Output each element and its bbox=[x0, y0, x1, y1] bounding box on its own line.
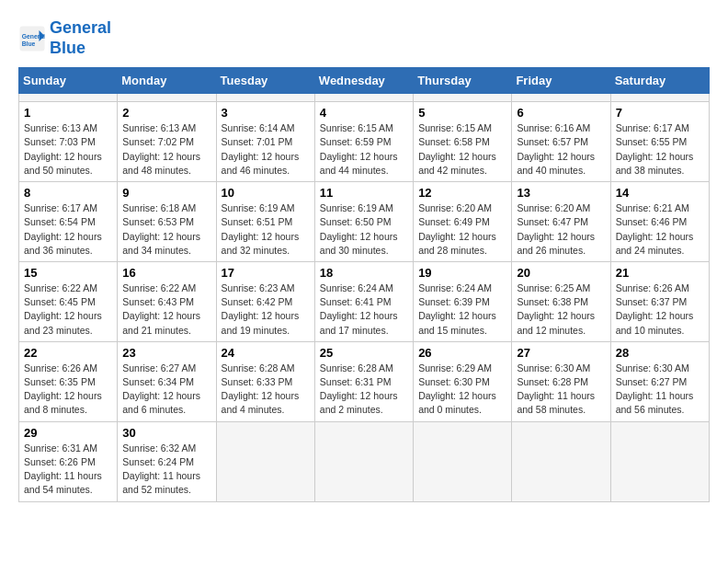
logo-text: GeneralBlue bbox=[50, 18, 111, 58]
day-cell bbox=[216, 421, 314, 501]
day-info: Sunrise: 6:18 AM Sunset: 6:53 PM Dayligh… bbox=[122, 201, 210, 258]
day-number: 29 bbox=[24, 426, 112, 440]
day-cell: 10Sunrise: 6:19 AM Sunset: 6:51 PM Dayli… bbox=[216, 182, 314, 262]
day-cell: 8Sunrise: 6:17 AM Sunset: 6:54 PM Daylig… bbox=[19, 182, 118, 262]
day-cell bbox=[314, 421, 413, 501]
day-cell: 29Sunrise: 6:31 AM Sunset: 6:26 PM Dayli… bbox=[19, 421, 118, 501]
day-info: Sunrise: 6:22 AM Sunset: 6:43 PM Dayligh… bbox=[122, 282, 210, 338]
day-number: 11 bbox=[320, 186, 408, 200]
day-info: Sunrise: 6:19 AM Sunset: 6:51 PM Dayligh… bbox=[222, 201, 310, 258]
day-number: 9 bbox=[122, 186, 210, 200]
header-sunday: Sunday bbox=[19, 68, 118, 94]
day-number: 15 bbox=[24, 266, 112, 280]
day-cell: 25Sunrise: 6:28 AM Sunset: 6:31 PM Dayli… bbox=[314, 341, 413, 421]
logo-icon: General Blue bbox=[18, 25, 46, 52]
day-info: Sunrise: 6:17 AM Sunset: 6:54 PM Dayligh… bbox=[24, 201, 112, 258]
day-info: Sunrise: 6:27 AM Sunset: 6:34 PM Dayligh… bbox=[122, 362, 210, 418]
week-row-4: 22Sunrise: 6:26 AM Sunset: 6:35 PM Dayli… bbox=[19, 341, 710, 421]
day-number: 28 bbox=[616, 346, 704, 360]
day-info: Sunrise: 6:28 AM Sunset: 6:33 PM Dayligh… bbox=[222, 362, 310, 418]
day-info: Sunrise: 6:32 AM Sunset: 6:24 PM Dayligh… bbox=[122, 442, 210, 498]
day-info: Sunrise: 6:13 AM Sunset: 7:03 PM Dayligh… bbox=[24, 121, 112, 178]
day-info: Sunrise: 6:24 AM Sunset: 6:41 PM Dayligh… bbox=[320, 282, 408, 338]
day-cell: 1Sunrise: 6:13 AM Sunset: 7:03 PM Daylig… bbox=[19, 102, 118, 182]
day-cell bbox=[512, 94, 610, 102]
calendar-table: SundayMondayTuesdayWednesdayThursdayFrid… bbox=[18, 67, 710, 501]
week-row-2: 8Sunrise: 6:17 AM Sunset: 6:54 PM Daylig… bbox=[19, 182, 710, 262]
day-cell: 30Sunrise: 6:32 AM Sunset: 6:24 PM Dayli… bbox=[118, 421, 216, 501]
header-tuesday: Tuesday bbox=[216, 68, 314, 94]
day-info: Sunrise: 6:13 AM Sunset: 7:02 PM Dayligh… bbox=[122, 121, 210, 178]
day-cell bbox=[610, 94, 709, 102]
day-info: Sunrise: 6:15 AM Sunset: 6:58 PM Dayligh… bbox=[418, 121, 506, 178]
day-cell: 26Sunrise: 6:29 AM Sunset: 6:30 PM Dayli… bbox=[414, 341, 512, 421]
day-info: Sunrise: 6:19 AM Sunset: 6:50 PM Dayligh… bbox=[320, 201, 408, 258]
day-number: 22 bbox=[24, 346, 112, 360]
day-number: 5 bbox=[418, 106, 506, 120]
day-cell: 9Sunrise: 6:18 AM Sunset: 6:53 PM Daylig… bbox=[118, 182, 216, 262]
day-cell bbox=[512, 421, 610, 501]
week-row-5: 29Sunrise: 6:31 AM Sunset: 6:26 PM Dayli… bbox=[19, 421, 710, 501]
day-info: Sunrise: 6:21 AM Sunset: 6:46 PM Dayligh… bbox=[616, 201, 704, 258]
svg-text:Blue: Blue bbox=[22, 40, 36, 46]
day-cell: 7Sunrise: 6:17 AM Sunset: 6:55 PM Daylig… bbox=[610, 102, 709, 182]
day-info: Sunrise: 6:31 AM Sunset: 6:26 PM Dayligh… bbox=[24, 442, 112, 498]
day-cell: 19Sunrise: 6:24 AM Sunset: 6:39 PM Dayli… bbox=[414, 261, 512, 341]
day-cell: 15Sunrise: 6:22 AM Sunset: 6:45 PM Dayli… bbox=[19, 261, 118, 341]
header-row: SundayMondayTuesdayWednesdayThursdayFrid… bbox=[19, 68, 710, 94]
day-info: Sunrise: 6:28 AM Sunset: 6:31 PM Dayligh… bbox=[320, 362, 408, 418]
header-monday: Monday bbox=[118, 68, 216, 94]
day-cell bbox=[19, 94, 118, 102]
header-saturday: Saturday bbox=[610, 68, 709, 94]
day-info: Sunrise: 6:20 AM Sunset: 6:49 PM Dayligh… bbox=[418, 201, 506, 258]
day-info: Sunrise: 6:25 AM Sunset: 6:38 PM Dayligh… bbox=[517, 282, 605, 338]
day-number: 3 bbox=[222, 106, 310, 120]
day-number: 19 bbox=[418, 266, 506, 280]
day-info: Sunrise: 6:15 AM Sunset: 6:59 PM Dayligh… bbox=[320, 121, 408, 178]
day-cell: 3Sunrise: 6:14 AM Sunset: 7:01 PM Daylig… bbox=[216, 102, 314, 182]
day-cell: 4Sunrise: 6:15 AM Sunset: 6:59 PM Daylig… bbox=[314, 102, 413, 182]
day-number: 7 bbox=[616, 106, 704, 120]
day-info: Sunrise: 6:14 AM Sunset: 7:01 PM Dayligh… bbox=[222, 121, 310, 178]
day-info: Sunrise: 6:29 AM Sunset: 6:30 PM Dayligh… bbox=[418, 362, 506, 418]
day-cell bbox=[414, 421, 512, 501]
week-row-3: 15Sunrise: 6:22 AM Sunset: 6:45 PM Dayli… bbox=[19, 261, 710, 341]
day-number: 4 bbox=[320, 106, 408, 120]
header-friday: Friday bbox=[512, 68, 610, 94]
day-cell: 14Sunrise: 6:21 AM Sunset: 6:46 PM Dayli… bbox=[610, 182, 709, 262]
day-cell: 22Sunrise: 6:26 AM Sunset: 6:35 PM Dayli… bbox=[19, 341, 118, 421]
day-info: Sunrise: 6:26 AM Sunset: 6:35 PM Dayligh… bbox=[24, 362, 112, 418]
page-header: General Blue GeneralBlue bbox=[18, 18, 710, 58]
day-cell: 13Sunrise: 6:20 AM Sunset: 6:47 PM Dayli… bbox=[512, 182, 610, 262]
day-cell: 20Sunrise: 6:25 AM Sunset: 6:38 PM Dayli… bbox=[512, 261, 610, 341]
day-info: Sunrise: 6:30 AM Sunset: 6:27 PM Dayligh… bbox=[616, 362, 704, 418]
day-info: Sunrise: 6:24 AM Sunset: 6:39 PM Dayligh… bbox=[418, 282, 506, 338]
day-cell bbox=[118, 94, 216, 102]
day-number: 24 bbox=[222, 346, 310, 360]
day-number: 20 bbox=[517, 266, 605, 280]
day-number: 21 bbox=[616, 266, 704, 280]
day-number: 18 bbox=[320, 266, 408, 280]
day-cell: 17Sunrise: 6:23 AM Sunset: 6:42 PM Dayli… bbox=[216, 261, 314, 341]
day-number: 6 bbox=[517, 106, 605, 120]
day-cell: 24Sunrise: 6:28 AM Sunset: 6:33 PM Dayli… bbox=[216, 341, 314, 421]
day-number: 8 bbox=[24, 186, 112, 200]
day-info: Sunrise: 6:26 AM Sunset: 6:37 PM Dayligh… bbox=[616, 282, 704, 338]
day-number: 26 bbox=[418, 346, 506, 360]
week-row-1: 1Sunrise: 6:13 AM Sunset: 7:03 PM Daylig… bbox=[19, 102, 710, 182]
day-cell bbox=[414, 94, 512, 102]
day-number: 17 bbox=[222, 266, 310, 280]
day-cell: 2Sunrise: 6:13 AM Sunset: 7:02 PM Daylig… bbox=[118, 102, 216, 182]
day-cell: 27Sunrise: 6:30 AM Sunset: 6:28 PM Dayli… bbox=[512, 341, 610, 421]
header-thursday: Thursday bbox=[414, 68, 512, 94]
day-number: 27 bbox=[517, 346, 605, 360]
day-number: 12 bbox=[418, 186, 506, 200]
day-cell: 11Sunrise: 6:19 AM Sunset: 6:50 PM Dayli… bbox=[314, 182, 413, 262]
day-number: 16 bbox=[122, 266, 210, 280]
day-cell bbox=[610, 421, 709, 501]
day-number: 13 bbox=[517, 186, 605, 200]
day-number: 25 bbox=[320, 346, 408, 360]
logo: General Blue GeneralBlue bbox=[18, 18, 111, 58]
header-wednesday: Wednesday bbox=[314, 68, 413, 94]
day-info: Sunrise: 6:30 AM Sunset: 6:28 PM Dayligh… bbox=[517, 362, 605, 418]
